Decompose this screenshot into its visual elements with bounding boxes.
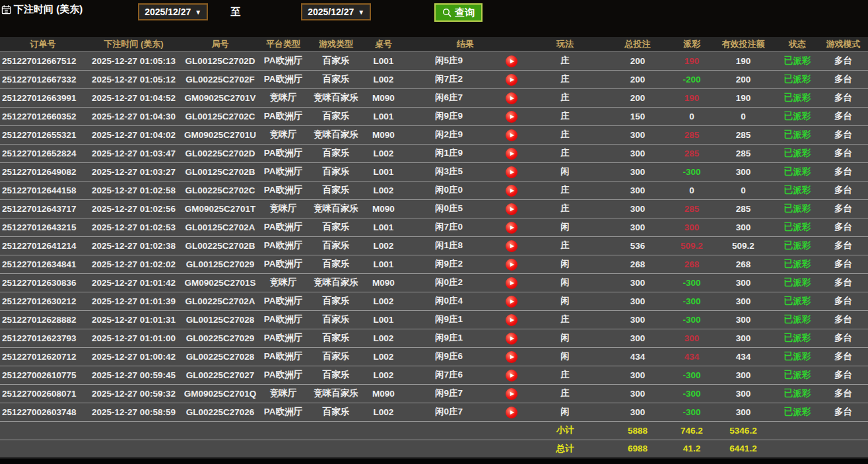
play-type-cell: 闲	[528, 347, 602, 366]
play-replay-icon[interactable]: ▶	[506, 166, 517, 178]
payout-cell: -300	[673, 403, 710, 421]
table-row: 251227012630212 2025-12-27 01:01:39 GL00…	[0, 292, 868, 310]
platform-cell: PA欧洲厅	[259, 51, 308, 70]
payout-cell: 285	[673, 125, 710, 144]
replay-cell: ▶	[495, 70, 528, 88]
play-type-cell: 庄	[528, 107, 602, 125]
play-replay-icon[interactable]: ▶	[506, 296, 517, 308]
play-replay-icon[interactable]: ▶	[506, 333, 517, 345]
platform-cell: PA欧洲厅	[259, 144, 308, 162]
header-play-type: 玩法	[528, 37, 602, 51]
play-replay-icon[interactable]: ▶	[506, 314, 517, 326]
valid-bet-cell: 285	[710, 199, 776, 218]
bet-time-cell: 2025-12-27 01:01:42	[86, 273, 182, 292]
result-cell: 闲7庄6	[403, 366, 495, 384]
calendar-icon	[1, 5, 11, 15]
game-mode-cell: 多台	[818, 51, 868, 70]
total-bet-cell: 300	[602, 162, 673, 181]
play-type-cell: 庄	[528, 125, 602, 144]
play-replay-icon[interactable]: ▶	[506, 277, 517, 289]
grand-total-spacer	[776, 440, 818, 458]
grand-total-row: 总计 6988 41.2 6441.2	[0, 440, 868, 458]
query-button[interactable]: 查询	[434, 3, 483, 22]
play-replay-icon[interactable]: ▶	[506, 92, 517, 104]
bet-time-cell: 2025-12-27 01:03:47	[86, 144, 182, 162]
valid-bet-cell: 285	[710, 144, 776, 162]
replay-cell: ▶	[495, 199, 528, 218]
play-replay-icon[interactable]: ▶	[506, 55, 517, 67]
replay-cell: ▶	[495, 273, 528, 292]
payout-cell: 190	[673, 88, 710, 107]
result-cell: 闲0庄7	[403, 403, 495, 421]
table-row: 251227012644158 2025-12-27 01:02:58 GL00…	[0, 181, 868, 199]
play-replay-icon[interactable]: ▶	[506, 388, 517, 400]
game-mode-cell: 多台	[818, 403, 868, 421]
game-type-cell: 竞咪百家乐	[308, 125, 364, 144]
play-type-cell: 庄	[528, 310, 602, 329]
result-cell: 闲5庄9	[403, 51, 495, 70]
grand-total-label: 总计	[528, 440, 602, 458]
play-type-cell: 庄	[528, 70, 602, 88]
play-replay-icon[interactable]: ▶	[506, 370, 517, 381]
round-id-cell: GM09025C2701Q	[182, 384, 259, 403]
platform-cell: 竞咪厅	[259, 384, 308, 403]
order-id-cell: 251227012623793	[0, 329, 86, 347]
grand-total-spacer	[0, 440, 528, 458]
round-id-cell: GL00125C2702C	[182, 107, 259, 125]
status-cell: 已派彩	[776, 403, 818, 421]
bet-time-cell: 2025-12-27 01:02:58	[86, 181, 182, 199]
replay-cell: ▶	[495, 403, 528, 421]
play-replay-icon[interactable]: ▶	[506, 240, 517, 252]
table-row: 251227012663991 2025-12-27 01:04:52 GM09…	[0, 88, 868, 107]
replay-cell: ▶	[495, 255, 528, 273]
game-mode-cell: 多台	[818, 199, 868, 218]
date-from-select[interactable]: 2025/12/27 ▼	[138, 3, 208, 20]
valid-bet-cell: 509.2	[710, 236, 776, 255]
status-cell: 已派彩	[776, 218, 818, 236]
platform-cell: 竞咪厅	[259, 273, 308, 292]
play-replay-icon[interactable]: ▶	[506, 111, 517, 123]
game-type-cell: 竞咪百家乐	[308, 273, 364, 292]
play-type-cell: 庄	[528, 88, 602, 107]
play-replay-icon[interactable]: ▶	[506, 259, 517, 271]
round-id-cell: GL00225C2702B	[182, 236, 259, 255]
platform-cell: PA欧洲厅	[259, 329, 308, 347]
table-no-cell: L002	[364, 347, 403, 366]
total-bet-cell: 300	[602, 366, 673, 384]
play-replay-icon[interactable]: ▶	[506, 203, 517, 215]
play-replay-icon[interactable]: ▶	[506, 351, 517, 363]
valid-bet-cell: 300	[710, 366, 776, 384]
payout-cell: 509.2	[673, 236, 710, 255]
replay-cell: ▶	[495, 88, 528, 107]
total-bet-cell: 300	[602, 310, 673, 329]
header-valid-bet: 有效投注额	[710, 37, 776, 51]
grand-total-valid-bet: 6441.2	[710, 440, 776, 458]
bet-time-cell: 2025-12-27 00:59:32	[86, 384, 182, 403]
game-mode-cell: 多台	[818, 88, 868, 107]
play-type-cell: 闲	[528, 255, 602, 273]
game-mode-cell: 多台	[818, 366, 868, 384]
status-cell: 已派彩	[776, 273, 818, 292]
status-cell: 已派彩	[776, 181, 818, 199]
status-cell: 已派彩	[776, 366, 818, 384]
game-mode-cell: 多台	[818, 107, 868, 125]
total-bet-cell: 300	[602, 181, 673, 199]
play-replay-icon[interactable]: ▶	[506, 129, 517, 141]
status-cell: 已派彩	[776, 310, 818, 329]
game-mode-cell: 多台	[818, 384, 868, 403]
payout-cell: 0	[673, 107, 710, 125]
table-row: 251227002610775 2025-12-27 00:59:45 GL00…	[0, 366, 868, 384]
status-cell: 已派彩	[776, 88, 818, 107]
play-replay-icon[interactable]: ▶	[506, 148, 517, 160]
play-type-cell: 闲	[528, 273, 602, 292]
platform-cell: PA欧洲厅	[259, 70, 308, 88]
valid-bet-cell: 200	[710, 70, 776, 88]
table-no-cell: L001	[364, 255, 403, 273]
status-cell: 已派彩	[776, 125, 818, 144]
play-replay-icon[interactable]: ▶	[506, 407, 517, 418]
play-replay-icon[interactable]: ▶	[506, 74, 517, 86]
order-id-cell: 251227012652824	[0, 144, 86, 162]
date-to-select[interactable]: 2025/12/27 ▼	[301, 3, 371, 20]
play-replay-icon[interactable]: ▶	[506, 185, 517, 197]
play-replay-icon[interactable]: ▶	[506, 222, 517, 234]
